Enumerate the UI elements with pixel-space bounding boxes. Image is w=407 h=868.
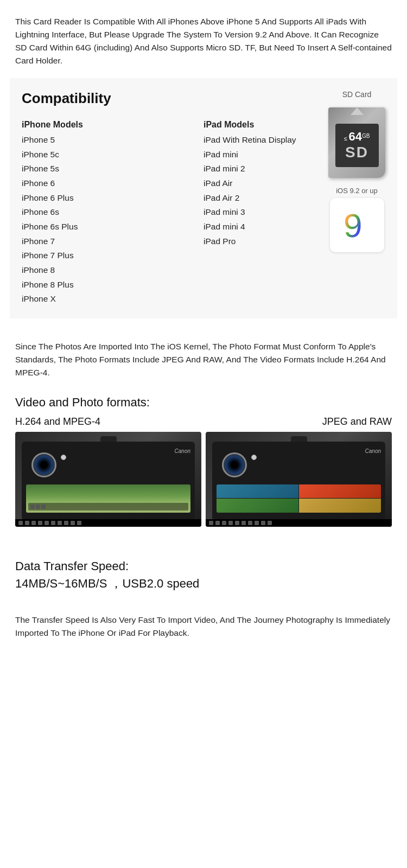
list-item: iPhone 6 (22, 176, 204, 191)
ios-area: iOS 9.2 or up 9 (330, 187, 384, 252)
list-item: iPhone 8 (22, 263, 204, 278)
compatibility-section: Compatibility SD Card ≤ 64GB SD iOS 9.2 … (10, 78, 397, 318)
sd-card-label: SD Card (342, 90, 372, 99)
formats-title: Video and Photo formats: (15, 395, 392, 410)
format-labels: H.264 and MPEG-4 JPEG and RAW (15, 416, 392, 427)
sd-num: 64 (349, 130, 362, 143)
sd-gb: GB (362, 133, 370, 139)
data-speed-value: 14MB/S~16MB/S ，USB2.0 speed (15, 576, 392, 592)
list-item: iPhone 6 Plus (22, 191, 204, 206)
list-item: iPhone 7 (22, 234, 204, 249)
photo-text: Since The Photos Are Imported Into The i… (0, 329, 407, 390)
list-item: iPhone 5c (22, 148, 204, 162)
ios-label: iOS 9.2 or up (336, 187, 378, 195)
camera-video-box: Canon (15, 432, 201, 527)
svg-text:9: 9 (344, 207, 362, 244)
data-speed-section: Data Transfer Speed: 14MB/S~16MB/S ，USB2… (0, 543, 407, 603)
camera-photo-box: Canon (206, 432, 392, 527)
sd-card-size: ≤ 64GB (344, 130, 370, 144)
list-item: iPhone X (22, 292, 204, 307)
formats-section: Video and Photo formats: H.264 and MPEG-… (0, 390, 407, 543)
sd-card-visual: ≤ 64GB SD (328, 107, 385, 178)
sd-card-area: SD Card ≤ 64GB SD iOS 9.2 or up (328, 90, 385, 252)
list-item: iPhone 6s (22, 205, 204, 220)
iphone-header: iPhone Models (22, 120, 204, 130)
data-speed-title: Data Transfer Speed: (15, 559, 392, 573)
list-item: iPhone 5 (22, 133, 204, 148)
list-item: iPhone 8 Plus (22, 278, 204, 292)
cameras-row: Canon (15, 432, 392, 527)
list-item: iPhone 6s Plus (22, 220, 204, 234)
list-item: iPhone 5s (22, 162, 204, 176)
photo-format-label: JPEG and RAW (322, 416, 392, 427)
ios9-svg: 9 (335, 203, 379, 247)
sd-label: SD (345, 144, 368, 161)
sd-leq: ≤ (344, 135, 348, 142)
video-format-label: H.264 and MPEG-4 (15, 416, 100, 427)
transfer-text: The Transfer Speed Is Also Very Fast To … (0, 603, 407, 656)
iphone-model-list: iPhone 5 iPhone 5c iPhone 5s iPhone 6 iP… (22, 133, 204, 307)
iphone-col: iPhone Models iPhone 5 iPhone 5c iPhone … (22, 120, 204, 307)
sd-card-inner: ≤ 64GB SD (335, 124, 379, 167)
ios-logo: 9 (330, 198, 384, 252)
list-item: iPhone 7 Plus (22, 248, 204, 263)
intro-text: This Card Reader Is Compatible With All … (0, 0, 407, 78)
